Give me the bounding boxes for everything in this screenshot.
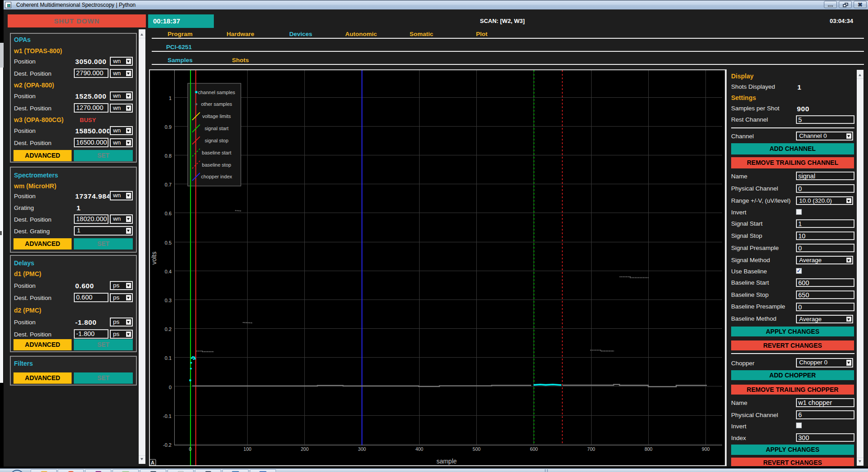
svg-text:1: 1 bbox=[169, 95, 172, 101]
svg-text:volts: volts bbox=[150, 252, 158, 265]
svg-text:700: 700 bbox=[587, 446, 595, 452]
svg-text:0: 0 bbox=[189, 446, 191, 452]
svg-text:0.3: 0.3 bbox=[165, 298, 172, 303]
svg-text:100: 100 bbox=[244, 446, 252, 452]
svg-text:baseline stop: baseline stop bbox=[202, 162, 231, 168]
svg-text:0: 0 bbox=[169, 385, 172, 390]
svg-text:300: 300 bbox=[358, 446, 366, 452]
svg-text:baseline start: baseline start bbox=[202, 150, 231, 155]
svg-text:other samples: other samples bbox=[201, 101, 232, 107]
svg-text:-0.2: -0.2 bbox=[163, 442, 172, 448]
svg-text:0.1: 0.1 bbox=[165, 355, 172, 361]
svg-text:sample: sample bbox=[436, 458, 457, 465]
svg-text:0.6: 0.6 bbox=[165, 211, 172, 216]
svg-text:A: A bbox=[151, 460, 154, 465]
svg-text:chopper index: chopper index bbox=[201, 174, 232, 179]
svg-text:200: 200 bbox=[301, 446, 309, 452]
svg-text:0.8: 0.8 bbox=[165, 153, 172, 159]
svg-text:400: 400 bbox=[416, 446, 424, 452]
svg-text:signal stop: signal stop bbox=[205, 138, 229, 143]
svg-text:900: 900 bbox=[702, 446, 710, 452]
svg-text:600: 600 bbox=[530, 446, 538, 452]
svg-text:0.9: 0.9 bbox=[165, 124, 172, 130]
svg-text:800: 800 bbox=[645, 446, 653, 452]
svg-text:0.2: 0.2 bbox=[165, 327, 172, 332]
svg-text:channel samples: channel samples bbox=[198, 90, 235, 95]
svg-text:0.7: 0.7 bbox=[165, 182, 172, 187]
svg-text:signal start: signal start bbox=[204, 126, 228, 131]
svg-text:0.4: 0.4 bbox=[165, 269, 172, 274]
svg-text:voltage limits: voltage limits bbox=[202, 113, 231, 119]
svg-text:-0.1: -0.1 bbox=[163, 413, 172, 419]
svg-text:500: 500 bbox=[473, 446, 481, 452]
svg-text:0.5: 0.5 bbox=[165, 240, 172, 245]
